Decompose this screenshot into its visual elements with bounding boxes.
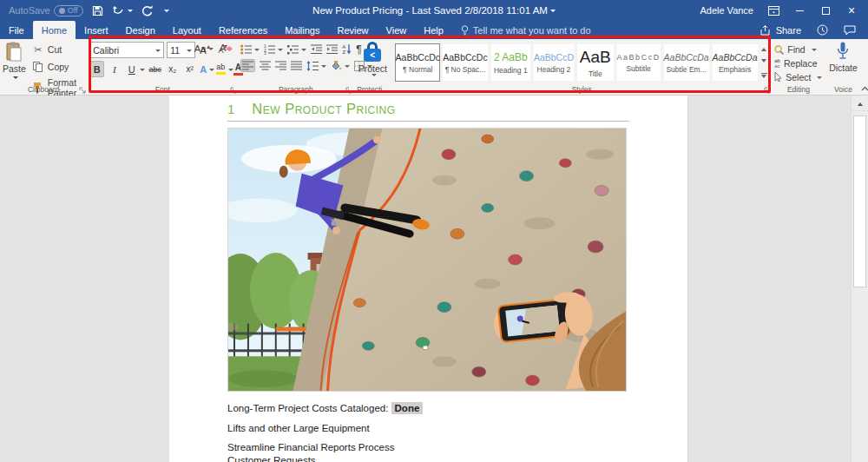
close-button[interactable]: × (845, 4, 858, 16)
tab-mailings[interactable]: Mailings (276, 21, 328, 39)
increase-indent-button[interactable] (326, 44, 338, 55)
undo-dropdown-icon[interactable] (128, 10, 133, 15)
change-case-button[interactable]: Aa (194, 43, 214, 54)
done-highlight: Done (391, 402, 424, 414)
style-subtitle[interactable]: AaBbCcDSubtitle (616, 43, 661, 82)
heading-title: New Product Pricing (252, 101, 395, 117)
font-size-combobox[interactable]: 11 (167, 42, 195, 58)
cut-button[interactable]: ✂Cut (30, 42, 84, 57)
align-right-button[interactable] (275, 61, 286, 70)
tab-help[interactable]: Help (415, 21, 452, 39)
paste-button[interactable]: Paste (3, 42, 26, 83)
collapse-ribbon-icon[interactable] (861, 86, 868, 91)
style-normal[interactable]: AaBbCcDc¶ Normal (395, 43, 440, 82)
sort-button[interactable]: AZ (342, 44, 352, 55)
underline-button[interactable]: U (124, 61, 139, 77)
redo-icon[interactable] (141, 5, 153, 16)
autosave-toggle[interactable]: AutoSave Off (9, 5, 83, 16)
style-subtle-emphasis[interactable]: AaBbCcDaSubtle Em... (663, 43, 710, 82)
tab-home[interactable]: Home (33, 21, 76, 39)
style-no-spacing[interactable]: AaBbCcDc¶ No Spac... (442, 43, 488, 82)
protect-lock-icon: < (364, 42, 381, 62)
replace-icon: abac (774, 58, 780, 69)
align-center-button[interactable] (260, 61, 271, 70)
italic-button[interactable]: I (107, 61, 122, 77)
align-left-button[interactable] (240, 59, 255, 72)
paragraph-costs[interactable]: Long-Term Project Costs Cataloged: Done (227, 403, 629, 413)
undo-icon[interactable] (112, 5, 133, 16)
tab-layout[interactable]: Layout (164, 21, 210, 39)
styles-scroll-up-icon[interactable] (761, 45, 766, 51)
quick-access-toolbar: AutoSave Off (0, 5, 169, 16)
style-emphasis[interactable]: AaBbCcDaEmphasis (712, 43, 759, 82)
document-heading[interactable]: 1 New Product Pricing (227, 101, 629, 122)
scroll-up-button[interactable] (852, 96, 868, 111)
version-history-icon[interactable] (817, 24, 828, 36)
title-dropdown-icon[interactable] (550, 10, 556, 15)
tab-file[interactable]: File (0, 21, 33, 39)
save-icon[interactable] (92, 5, 103, 16)
style-title[interactable]: AaBTitle (576, 43, 615, 82)
find-button[interactable]: Find (774, 43, 822, 56)
vertical-scrollbar[interactable] (851, 96, 868, 462)
style-heading-2[interactable]: AaBbCcDHeading 2 (533, 43, 575, 82)
clipboard-dialog-launcher-icon[interactable] (79, 87, 86, 94)
select-button[interactable]: Select (774, 70, 822, 83)
ribbon-display-options-icon[interactable] (767, 4, 779, 16)
bold-button[interactable]: B (89, 61, 104, 77)
paragraph-dialog-launcher-icon[interactable] (345, 87, 352, 94)
group-editing: Find abac Replace Select Editing (772, 39, 825, 95)
strikethrough-button[interactable]: abc (148, 61, 162, 77)
clear-formatting-button[interactable]: A (220, 43, 233, 53)
cut-icon: ✂ (31, 43, 45, 56)
multilevel-list-button[interactable] (287, 44, 306, 55)
tab-design[interactable]: Design (117, 21, 164, 39)
replace-button[interactable]: abac Replace (774, 57, 822, 70)
document-title: New Product Pricing - Last Saved 2/8/201… (312, 0, 556, 21)
numbering-button[interactable]: 123 (264, 44, 283, 55)
justify-button[interactable] (291, 61, 302, 70)
maximize-button[interactable] (819, 4, 832, 16)
heading-number: 1 (227, 102, 234, 116)
tab-insert[interactable]: Insert (76, 21, 117, 39)
search-icon (774, 45, 784, 55)
paragraph-lifts[interactable]: Lifts and other Large Equipment (227, 423, 629, 433)
bullets-button[interactable] (240, 44, 260, 55)
customize-qat-icon[interactable] (161, 8, 169, 13)
copy-icon (31, 60, 45, 74)
text-highlight-button[interactable]: ab (217, 61, 232, 77)
shading-button[interactable] (331, 61, 350, 71)
tab-view[interactable]: View (378, 21, 416, 39)
document-image[interactable] (227, 128, 627, 392)
protect-button[interactable]: < Protect (356, 42, 389, 83)
subscript-button[interactable]: x₂ (165, 61, 180, 77)
comments-icon[interactable] (844, 25, 856, 36)
decrease-indent-button[interactable] (311, 44, 322, 55)
autosave-label: AutoSave (9, 5, 50, 16)
font-family-combobox[interactable]: Calibri (89, 42, 164, 58)
styles-dialog-launcher-icon[interactable] (764, 87, 771, 94)
user-name[interactable]: Adele Vance (700, 5, 753, 16)
paragraph-streamline[interactable]: Streamline Financial Reports Process (227, 442, 629, 452)
style-heading-1[interactable]: 2 AaBbHeading 1 (490, 43, 531, 82)
autosave-state: Off (68, 6, 78, 15)
share-button[interactable]: Share (760, 25, 801, 36)
copy-button[interactable]: Copy (30, 59, 84, 75)
scrollbar-thumb[interactable] (853, 116, 866, 287)
svg-text:3: 3 (264, 50, 266, 55)
eraser-icon (226, 44, 233, 51)
paragraph-customer[interactable]: Customer Requests (227, 455, 629, 462)
tab-review[interactable]: Review (329, 21, 378, 39)
tell-me-box[interactable]: Tell me what you want to do (452, 21, 600, 39)
dictate-button[interactable]: Dictate (827, 42, 858, 83)
line-spacing-button[interactable] (306, 61, 326, 71)
styles-more-icon[interactable] (761, 73, 767, 81)
minimize-button[interactable] (793, 4, 806, 16)
font-dialog-launcher-icon[interactable] (230, 87, 237, 94)
styles-scroll-down-icon[interactable] (761, 59, 766, 65)
document-page[interactable]: 1 New Product Pricing (169, 96, 688, 462)
underline-dropdown-icon[interactable] (140, 69, 145, 74)
superscript-button[interactable]: x² (182, 61, 197, 77)
text-effects-button[interactable]: A (200, 61, 214, 77)
tab-references[interactable]: References (210, 21, 276, 39)
